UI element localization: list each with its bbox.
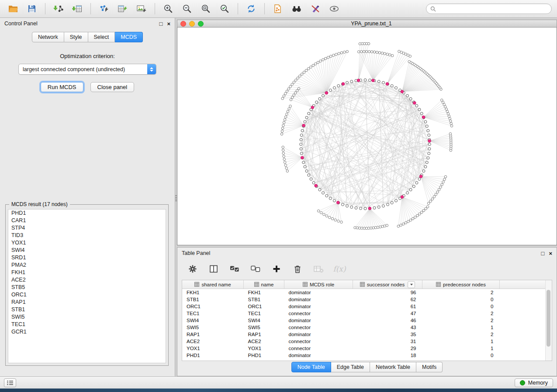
column-header-successor-nodes[interactable]: successor nodes [353,280,422,289]
panel-menu-button[interactable] [4,378,16,387]
column-header-MCDS-role[interactable]: MCDS role [284,280,353,289]
export-table-button[interactable] [115,2,131,16]
toolbar-separator [90,3,91,14]
close-table-panel-icon[interactable]: × [549,251,552,256]
export-network-icon [99,4,109,13]
float-panel-icon[interactable]: □ [159,21,163,27]
window-minimize-button[interactable] [189,21,195,27]
memory-button-label: Memory [528,380,548,386]
table-cell: 47 [353,310,422,317]
search-input[interactable] [438,5,547,12]
add-column-button[interactable] [269,262,284,276]
tab-mcds[interactable]: MCDS [115,32,143,42]
tab-select[interactable]: Select [88,32,115,42]
mcds-result-item[interactable]: STP4 [8,224,166,232]
sort-descending-icon[interactable] [408,281,415,288]
column-type-icon [194,282,199,287]
run-mcds-button[interactable]: Run MCDS [41,82,83,92]
float-table-panel-icon[interactable]: □ [541,251,545,256]
table-row[interactable]: SWI5SWI5connector431 [182,324,546,331]
table-row[interactable]: RAP1RAP1dominator352 [182,331,546,338]
mcds-result-item[interactable]: PMA2 [8,261,166,269]
search-box[interactable] [426,3,552,14]
window-zoom-button[interactable] [198,21,204,27]
first-neighbors-icon [291,4,302,13]
mcds-result-item[interactable]: CAR1 [8,217,166,224]
table-scrollbar-thumb[interactable] [547,290,550,347]
table-cell: 1 [422,338,500,345]
mcds-result-item[interactable]: SRD1 [8,254,166,261]
import-table-icon [72,4,83,13]
column-header-shared-name[interactable]: shared name [182,280,244,289]
table-cell: connector [284,324,353,331]
export-image-button[interactable] [134,2,149,16]
close-panel-icon[interactable]: × [167,21,170,27]
show-columns-button[interactable] [206,262,221,276]
table-scrollbar[interactable] [545,280,552,361]
table-cell: STB1 [244,296,284,303]
tab-network-table[interactable]: Network Table [370,362,416,372]
mcds-result-item[interactable]: STB1 [8,306,166,313]
import-table-button[interactable] [69,2,85,16]
show-all-button[interactable] [326,2,342,16]
select-all-rows-button[interactable] [227,262,242,276]
table-cell: YOX1 [182,345,244,352]
zoom-selected-button[interactable] [217,2,232,16]
first-neighbors-button[interactable] [289,2,304,16]
function-builder-button[interactable]: f(x) [332,262,347,276]
zoom-fit-button[interactable] [198,2,214,16]
tab-edge-table[interactable]: Edge Table [331,362,370,372]
network-graph[interactable] [177,28,557,245]
mcds-result-item[interactable]: ORC1 [8,291,166,299]
mcds-result-item[interactable]: YOX1 [8,239,166,247]
memory-button[interactable]: Memory [515,378,553,387]
table-row[interactable]: YOX1YOX1connector291 [182,345,546,352]
export-network-button[interactable] [96,2,112,16]
delete-table-button[interactable] [311,262,326,276]
network-canvas[interactable] [177,28,557,245]
tab-network[interactable]: Network [32,32,64,42]
column-header-label: MCDS role [310,282,334,287]
table-row[interactable]: ACE2ACE2connector311 [182,338,546,345]
mcds-result-item[interactable]: SWI5 [8,313,166,321]
mcds-result-item[interactable]: TID3 [8,232,166,239]
table-row[interactable]: STB1STB1dominator620 [182,296,546,303]
mcds-result-item[interactable]: GCR1 [8,328,166,336]
zoom-in-button[interactable] [160,2,176,16]
mcds-result-item[interactable]: STB5 [8,284,166,291]
table-row[interactable]: PHD1PHD1dominator180 [182,352,546,359]
toolbar-separator [45,3,45,14]
mcds-result-item[interactable]: RAP1 [8,299,166,306]
table-row[interactable]: SWI4SWI4dominator462 [182,317,546,324]
table-row[interactable]: FKH1FKH1dominator962 [182,289,546,296]
close-panel-button[interactable]: Close panel [90,82,135,92]
mcds-result-list: PHD1CAR1STP4TID3YOX1SWI4SRD1PMA2FKH1ACE2… [8,209,166,363]
optimization-criterion-dropdown[interactable]: largest connected component (undirected) [18,64,156,75]
table-cell: connector [284,310,353,317]
open-session-button[interactable] [5,2,21,16]
delete-column-button[interactable] [290,262,305,276]
tab-motifs[interactable]: Motifs [416,362,443,372]
mcds-result-item[interactable]: ACE2 [8,276,166,284]
table-cell: 0 [422,303,500,310]
deselect-all-rows-button[interactable] [248,262,263,276]
network-from-selection-button[interactable] [270,2,286,16]
table-row[interactable]: TEC1TEC1connector472 [182,310,546,317]
hide-selected-button[interactable] [308,2,323,16]
table-options-button[interactable] [185,262,200,276]
save-session-button[interactable] [24,2,40,16]
zoom-out-button[interactable] [179,2,195,16]
window-close-button[interactable] [180,21,186,27]
refresh-layout-button[interactable] [243,2,259,16]
mcds-result-item[interactable]: FKH1 [8,269,166,276]
column-header-name[interactable]: name [244,280,284,289]
table-row[interactable]: ORC1ORC1dominator610 [182,303,546,310]
import-network-button[interactable] [51,2,66,16]
table-cell: PHD1 [182,352,244,359]
mcds-result-item[interactable]: SWI4 [8,247,166,254]
mcds-result-item[interactable]: TEC1 [8,321,166,328]
tab-style[interactable]: Style [64,32,88,42]
column-header-predecessor-nodes[interactable]: predecessor nodes [422,280,500,289]
tab-node-table[interactable]: Node Table [291,362,331,372]
mcds-result-item[interactable]: PHD1 [8,210,166,217]
